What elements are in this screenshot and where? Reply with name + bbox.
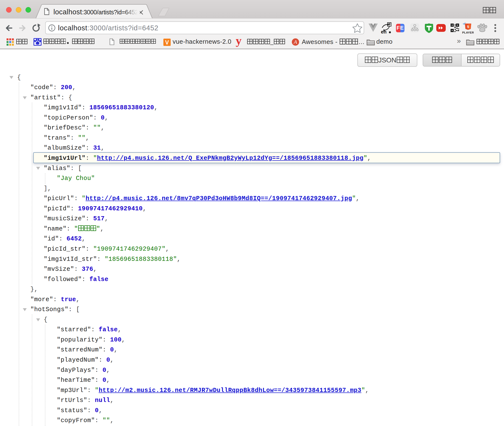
svg-text:5: 5 — [467, 25, 469, 29]
svg-text:PLAYER: PLAYER — [462, 31, 474, 34]
svg-text:en: en — [381, 29, 386, 34]
